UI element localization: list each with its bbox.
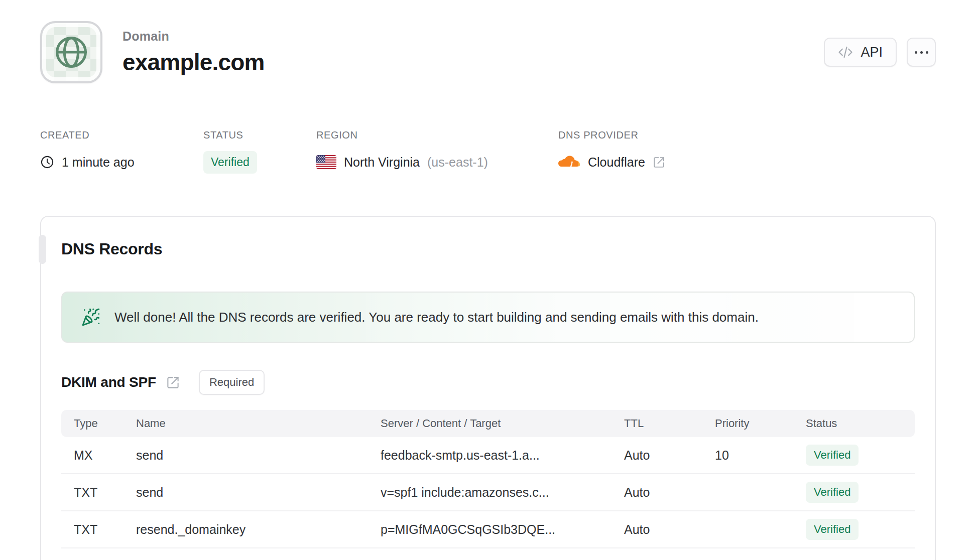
header-text: Domain example.com (123, 29, 265, 76)
success-banner: Well done! All the DNS records are verif… (61, 292, 915, 343)
status-badge: Verified (806, 445, 859, 466)
dkim-spf-heading: DKIM and SPF (61, 374, 156, 390)
domain-detail-page: Domain example.com API CREATED (0, 0, 976, 560)
dns-provider-label: DNS PROVIDER (558, 129, 665, 141)
region-code: (us-east-1) (427, 155, 488, 170)
cell-ttl: Auto (624, 522, 715, 537)
meta-created: CREATED 1 minute ago (40, 129, 203, 174)
more-menu-button[interactable] (907, 38, 936, 67)
ellipsis-icon (915, 51, 917, 54)
region-label: REGION (316, 129, 558, 141)
cell-content: v=spf1 include:amazonses.c... (381, 485, 624, 500)
cell-content: p=MIGfMA0GCSqGSIb3DQE... (381, 522, 624, 537)
status-badge: Verified (203, 151, 257, 174)
required-badge: Required (199, 370, 265, 395)
cell-ttl: Auto (624, 448, 715, 463)
party-popper-icon (81, 308, 100, 327)
section-marker (39, 235, 46, 264)
col-type: Type (74, 417, 136, 430)
status-badge: Verified (806, 519, 859, 540)
api-button-label: API (861, 45, 883, 60)
col-name: Name (136, 417, 381, 430)
col-content: Server / Content / Target (381, 417, 624, 430)
dns-records-title: DNS Records (61, 240, 915, 258)
us-flag-icon (316, 155, 336, 169)
dns-provider-value: Cloudflare (588, 155, 645, 170)
status-badge: Verified (806, 482, 859, 503)
meta-status: STATUS Verified (203, 129, 316, 174)
cell-type: TXT (74, 485, 136, 500)
dns-provider-link[interactable]: Cloudflare (558, 155, 665, 170)
dns-table: Type Name Server / Content / Target TTL … (61, 410, 915, 548)
header-actions: API (824, 38, 936, 67)
page-header: Domain example.com API (40, 21, 936, 83)
col-priority: Priority (715, 417, 806, 430)
cloudflare-cloud-icon (558, 155, 580, 170)
cell-priority: 10 (715, 448, 806, 463)
api-button[interactable]: API (824, 38, 897, 67)
clock-icon (40, 155, 54, 169)
meta-dns-provider: DNS PROVIDER Cloudflare (558, 129, 665, 174)
globe-icon (53, 34, 90, 71)
success-banner-text: Well done! All the DNS records are verif… (114, 310, 759, 325)
region-value: North Virginia (344, 155, 420, 170)
domain-kicker: Domain (123, 29, 265, 44)
created-value: 1 minute ago (62, 155, 135, 170)
cell-ttl: Auto (624, 485, 715, 500)
domain-avatar (40, 21, 102, 83)
table-row: TXT resend._domainkey p=MIGfMA0GCSqGSIb3… (61, 511, 915, 548)
status-label: STATUS (203, 129, 316, 141)
domain-meta: CREATED 1 minute ago STATUS Verified REG… (40, 129, 936, 174)
cell-type: MX (74, 448, 136, 463)
dns-table-header: Type Name Server / Content / Target TTL … (61, 410, 915, 437)
cell-name: send (136, 485, 381, 500)
col-status: Status (806, 417, 915, 430)
meta-region: REGION (316, 129, 558, 174)
col-ttl: TTL (624, 417, 715, 430)
external-link-icon (653, 156, 665, 169)
code-icon (838, 45, 853, 60)
cell-name: send (136, 448, 381, 463)
external-link-icon[interactable] (166, 376, 180, 389)
cell-name: resend._domainkey (136, 522, 381, 537)
cell-type: TXT (74, 522, 136, 537)
cell-content: feedback-smtp.us-east-1.a... (381, 448, 624, 463)
table-row: TXT send v=spf1 include:amazonses.c... A… (61, 474, 915, 511)
dkim-spf-section-header: DKIM and SPF Required (61, 370, 915, 395)
dns-records-card: DNS Records Well done! All the DNS recor… (40, 216, 936, 560)
created-label: CREATED (40, 129, 203, 141)
table-row: MX send feedback-smtp.us-east-1.a... Aut… (61, 437, 915, 474)
page-title: example.com (123, 49, 265, 76)
